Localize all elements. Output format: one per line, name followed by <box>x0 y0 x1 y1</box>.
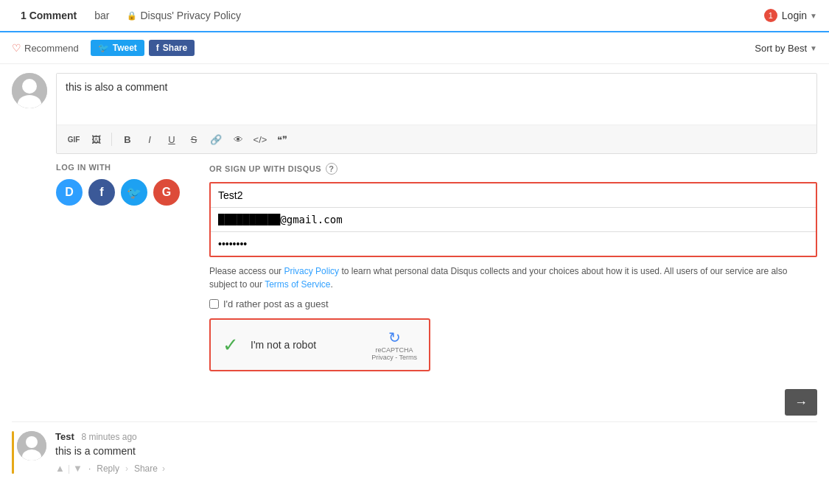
vote-separator: | <box>68 463 70 474</box>
editor-text-area[interactable]: this is also a comment <box>57 74 816 125</box>
login-label: Login <box>782 10 807 21</box>
downvote-button[interactable]: ▼ <box>73 463 83 474</box>
comment-time: 8 minutes ago <box>81 432 136 442</box>
help-icon[interactable]: ? <box>326 163 337 175</box>
comment-actions: ▲ | ▼ · Reply › Share › <box>55 463 817 474</box>
login-button[interactable]: 1 Login ▼ <box>764 9 817 22</box>
facebook-login-button[interactable]: f <box>88 179 115 206</box>
code-button[interactable]: </> <box>251 130 270 149</box>
guest-checkbox[interactable] <box>209 299 219 309</box>
italic-button[interactable]: I <box>140 130 159 149</box>
comments-section: Test 8 minutes ago this is a comment ▲ |… <box>0 421 829 483</box>
comment-meta: Test 8 minutes ago <box>55 431 817 442</box>
submit-button[interactable]: → <box>785 389 817 416</box>
spoiler-button[interactable]: 👁 <box>228 130 248 149</box>
terms-of-service-link[interactable]: Terms of Service <box>265 279 330 290</box>
nav-bar[interactable]: bar <box>85 0 118 32</box>
comment-text: this is a comment <box>55 445 817 457</box>
svg-point-4 <box>26 436 38 448</box>
facebook-share-button[interactable]: f Share <box>149 40 195 56</box>
comment-body: Test 8 minutes ago this is a comment ▲ |… <box>55 431 817 474</box>
sort-arrow-icon: ▼ <box>810 44 817 52</box>
comment-border <box>12 431 14 474</box>
nav-comments[interactable]: 1 Comment <box>12 0 85 32</box>
action-dot: · <box>88 463 91 474</box>
sort-label: Sort by Best <box>755 43 807 54</box>
facebook-icon: f <box>156 43 159 53</box>
captcha-label: I'm not a robot <box>251 339 360 351</box>
comment-author: Test <box>55 431 74 442</box>
editor-toolbar: GIF 🖼 B I U S 🔗 👁 </> ❝❞ <box>57 125 816 153</box>
comment-word: Comment <box>29 10 77 21</box>
recaptcha-brand: reCAPTCHA <box>376 346 413 354</box>
tweet-button[interactable]: 🐦 Tweet <box>91 40 144 56</box>
recaptcha-widget[interactable]: ✓ I'm not a robot ↻ reCAPTCHA Privacy - … <box>209 318 430 371</box>
comment-count-label: 1 <box>21 10 27 21</box>
auth-section: LOG IN WITH D f 🐦 G OR SIGN UP WITH DISQ… <box>0 163 829 383</box>
recaptcha-logo: ↻ reCAPTCHA Privacy - Terms <box>371 329 417 361</box>
captcha-check-icon: ✓ <box>223 334 239 357</box>
signup-form <box>209 182 817 257</box>
user-avatar <box>12 73 47 108</box>
underline-button[interactable]: U <box>162 130 181 149</box>
share-button[interactable]: Share <box>134 463 158 474</box>
recommend-label: Recommend <box>24 43 79 54</box>
login-with-label: LOG IN WITH <box>56 163 180 172</box>
name-input[interactable] <box>211 183 816 208</box>
privacy-policy-link[interactable]: Privacy Policy <box>284 266 339 276</box>
svg-point-1 <box>22 79 37 94</box>
gif-button[interactable]: GIF <box>64 130 83 149</box>
sort-button[interactable]: Sort by Best ▼ <box>755 43 817 54</box>
recaptcha-links: Privacy - Terms <box>371 354 417 361</box>
reply-button[interactable]: Reply <box>97 463 119 474</box>
editor-section: this is also a comment GIF 🖼 B I U S 🔗 👁… <box>0 64 829 163</box>
action-bar: ♡ Recommend 🐦 Tweet f Share Sort by Best… <box>0 32 829 64</box>
comment-editor: this is also a comment GIF 🖼 B I U S 🔗 👁… <box>56 73 817 154</box>
link-button[interactable]: 🔗 <box>206 130 225 149</box>
comment-avatar <box>17 431 46 461</box>
password-input[interactable] <box>211 232 816 256</box>
recommend-button[interactable]: ♡ Recommend <box>12 42 79 54</box>
login-badge: 1 <box>764 9 777 22</box>
strikethrough-button[interactable]: S <box>184 130 203 149</box>
image-button[interactable]: 🖼 <box>86 130 105 149</box>
comment-item: Test 8 minutes ago this is a comment ▲ |… <box>12 421 817 483</box>
guest-checkbox-label[interactable]: I'd rather post as a guest <box>209 298 817 309</box>
email-input[interactable] <box>211 208 816 232</box>
recaptcha-icon: ↻ <box>388 329 401 346</box>
header-nav: 1 Comment bar 🔒 Disqus' Privacy Policy 1… <box>0 0 829 32</box>
disqus-login-button[interactable]: D <box>56 179 83 206</box>
quote-button[interactable]: ❝❞ <box>273 130 292 149</box>
bold-button[interactable]: B <box>118 130 137 149</box>
login-with-section: LOG IN WITH D f 🐦 G <box>56 163 180 371</box>
login-arrow-icon: ▼ <box>810 12 817 20</box>
twitter-login-button[interactable]: 🐦 <box>121 179 147 206</box>
submit-area: → <box>0 383 829 421</box>
toolbar-separator <box>111 133 112 146</box>
signup-label: OR SIGN UP WITH DISQUS ? <box>209 163 817 175</box>
heart-icon: ♡ <box>12 42 21 54</box>
google-login-button[interactable]: G <box>153 179 180 206</box>
lock-icon: 🔒 <box>127 11 137 21</box>
action-separator: › <box>125 463 128 474</box>
upvote-button[interactable]: ▲ <box>55 463 65 474</box>
privacy-text: Please access our Privacy Policy to lear… <box>209 265 817 291</box>
social-icons: D f 🐦 G <box>56 179 180 206</box>
share-chevron-icon: › <box>162 463 165 474</box>
signup-with-section: OR SIGN UP WITH DISQUS ? Please access o… <box>209 163 817 371</box>
nav-privacy[interactable]: 🔒 Disqus' Privacy Policy <box>118 0 250 32</box>
twitter-icon: 🐦 <box>98 43 109 53</box>
